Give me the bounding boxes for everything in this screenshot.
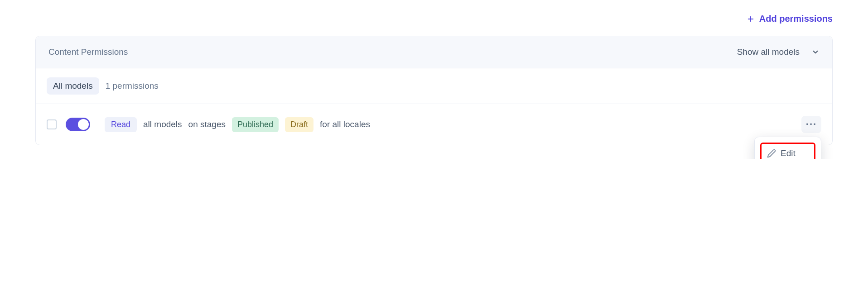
toggle-knob [78, 119, 89, 130]
more-actions-button[interactable]: ··· [801, 116, 821, 133]
plus-icon [747, 15, 755, 23]
filter-row: All models 1 permissions [36, 68, 832, 104]
stage-badge-published: Published [232, 117, 279, 132]
add-permissions-button[interactable]: Add permissions [747, 14, 833, 24]
models-selector[interactable]: Show all models [737, 47, 820, 57]
actions-dropdown: Edit Delete [754, 137, 821, 159]
add-permissions-label: Add permissions [759, 14, 833, 24]
chevron-down-icon [811, 48, 820, 56]
dots-icon: ··· [806, 119, 817, 130]
stage-badge-draft: Draft [285, 117, 313, 132]
enabled-toggle[interactable] [66, 118, 90, 131]
edit-label: Edit [781, 148, 796, 158]
panel-header: Content Permissions Show all models [36, 36, 832, 68]
operation-badge: Read [105, 117, 137, 132]
stages-prefix: on stages [188, 119, 226, 129]
locales-text: for all locales [320, 119, 370, 129]
models-selector-label: Show all models [737, 47, 800, 57]
filter-chip-all-models[interactable]: All models [47, 77, 99, 95]
panel-title: Content Permissions [48, 47, 128, 57]
row-checkbox[interactable] [47, 119, 57, 129]
models-text: all models [143, 119, 182, 129]
permissions-count: 1 permissions [106, 81, 159, 91]
content-permissions-panel: Content Permissions Show all models All … [35, 36, 833, 145]
pencil-icon [767, 149, 776, 158]
edit-action[interactable]: Edit [760, 143, 815, 159]
permission-row: Read all models on stages Published Draf… [36, 104, 832, 145]
